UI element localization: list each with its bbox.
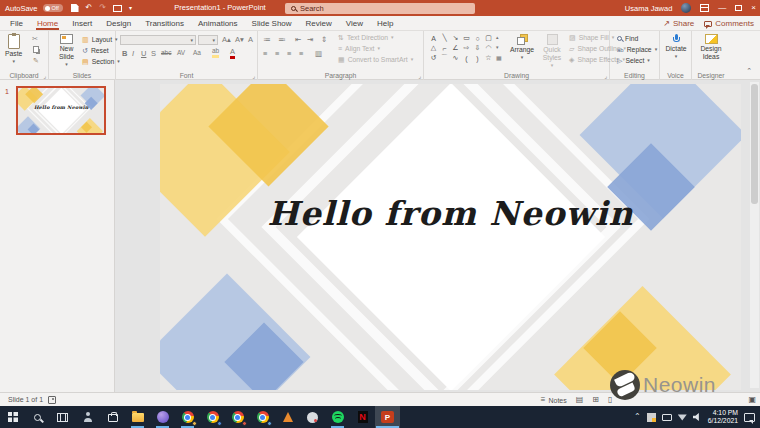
shape-icon[interactable]: ∿ [450, 53, 461, 63]
layout-button[interactable]: ▥ Layout ▾ [82, 36, 118, 43]
tray-device-icon[interactable] [662, 414, 672, 421]
vlc-button[interactable] [275, 406, 300, 428]
slide-sorter-icon[interactable]: ⊞ [592, 396, 599, 404]
change-case-button[interactable]: Aa [193, 50, 201, 57]
format-painter-button[interactable]: ✎ [33, 57, 39, 64]
taskbar-clock[interactable]: 4:10 PM 6/12/2021 [708, 409, 738, 425]
decrease-indent-icon[interactable]: ⇤ [295, 36, 301, 44]
tray-screenshot-icon[interactable] [647, 413, 656, 422]
comments-button[interactable]: Comments [704, 19, 754, 28]
dictate-button[interactable]: Dictate ▾ [664, 34, 688, 59]
spotify-button[interactable] [325, 406, 350, 428]
notes-button[interactable]: ≡ Notes [541, 396, 567, 404]
shape-icon[interactable]: ( [461, 53, 472, 63]
powerpoint-taskbar-button[interactable]: P [375, 406, 400, 428]
design-ideas-button[interactable]: Design Ideas [695, 34, 727, 61]
speaker-icon[interactable] [693, 413, 702, 421]
task-view-button[interactable] [50, 406, 75, 428]
new-slide-button[interactable]: New Slide ▾ [53, 34, 80, 67]
collapse-ribbon-icon[interactable]: ⌃ [746, 67, 752, 75]
reset-button[interactable]: ↺ Reset [82, 47, 109, 54]
convert-to-smartart-button[interactable]: ▦ Convert to SmartArt ▾ [338, 56, 413, 63]
ribbon-display-options-icon[interactable] [700, 4, 709, 12]
arrange-button[interactable]: Arrange ▾ [508, 34, 536, 60]
increase-indent-icon[interactable]: ⇥ [307, 36, 313, 44]
bullets-icon[interactable]: ≔ [263, 36, 271, 44]
fit-slide-icon[interactable]: ▣ [748, 396, 756, 404]
action-center-icon[interactable] [744, 413, 755, 422]
tab-review[interactable]: Review [299, 16, 339, 30]
avatar[interactable] [681, 3, 691, 13]
redo-icon[interactable]: ↷ [99, 4, 106, 12]
tab-animations[interactable]: Animations [191, 16, 245, 30]
columns-icon[interactable]: ▥ [315, 50, 322, 58]
shape-icon[interactable]: ⇨ [461, 43, 472, 53]
tab-insert[interactable]: Insert [65, 16, 99, 30]
paste-button[interactable]: Paste ▾ [5, 34, 22, 64]
numbering-icon[interactable]: ≕ [278, 36, 286, 44]
clipboard-dialog-launcher[interactable]: ⌟ [43, 73, 46, 79]
file-explorer-button[interactable] [125, 406, 150, 428]
close-button[interactable]: × [751, 4, 756, 12]
shape-icon[interactable]: ∠ [450, 43, 461, 53]
microsoft-store-button[interactable] [100, 406, 125, 428]
shape-icon[interactable]: ☆ [483, 53, 494, 63]
start-slideshow-icon[interactable] [113, 5, 122, 12]
slide-canvas[interactable]: Hello from Neowin [160, 84, 741, 390]
paint-app-button[interactable] [300, 406, 325, 428]
user-name[interactable]: Usama Jawad [625, 4, 673, 13]
minimize-button[interactable]: — [718, 4, 726, 12]
shape-icon[interactable]: ) [472, 53, 483, 63]
shape-icon[interactable]: ↘ [450, 33, 461, 43]
character-spacing-button[interactable]: AV [177, 50, 185, 57]
shape-icon[interactable]: ↺ [428, 53, 439, 63]
save-icon[interactable] [71, 4, 79, 12]
chrome-profile-1-button[interactable] [175, 406, 200, 428]
align-left-icon[interactable]: ≡ [263, 50, 267, 58]
tab-view[interactable]: View [339, 16, 370, 30]
line-spacing-icon[interactable]: ⇕ [321, 36, 327, 44]
shapes-scroll-down-icon[interactable]: ▾ [496, 44, 499, 50]
align-text-button[interactable]: ≡ Align Text ▾ [338, 45, 380, 52]
undo-icon[interactable]: ↶ [86, 4, 93, 12]
paragraph-dialog-launcher[interactable]: ⌟ [418, 73, 421, 79]
bold-button[interactable]: B [122, 50, 127, 58]
shapes-scroll-up-icon[interactable]: ▴ [496, 34, 499, 40]
teams-app-button[interactable] [150, 406, 175, 428]
font-name-combo[interactable]: ▾ [120, 35, 196, 45]
scrollbar-thumb[interactable] [751, 84, 758, 204]
font-size-combo[interactable]: ▾ [198, 35, 218, 45]
slide-title-text[interactable]: Hello from Neowin [160, 194, 741, 233]
tab-help[interactable]: Help [370, 16, 400, 30]
slide-thumbnail[interactable]: Hello from Neowin [16, 86, 106, 135]
section-button[interactable]: ▤ Section ▾ [82, 58, 120, 65]
strikethrough-button[interactable]: abc [161, 50, 171, 57]
accessibility-icon[interactable] [48, 396, 56, 404]
shape-icon[interactable]: A [428, 33, 439, 43]
shape-icon[interactable]: ▢ [483, 33, 494, 43]
font-color-button[interactable]: A [230, 48, 235, 59]
normal-view-icon[interactable]: ▤ [576, 396, 584, 404]
people-button[interactable] [75, 406, 100, 428]
chrome-profile-4-button[interactable] [250, 406, 275, 428]
text-shadow-button[interactable]: S [151, 50, 156, 58]
shape-icon[interactable]: ▭ [461, 33, 472, 43]
tab-design[interactable]: Design [99, 16, 138, 30]
netflix-button[interactable]: N [350, 406, 375, 428]
tab-file[interactable]: File [3, 16, 30, 30]
tab-home[interactable]: Home [30, 16, 65, 30]
wifi-icon[interactable] [678, 414, 687, 421]
cut-button[interactable]: ✂ [32, 35, 38, 42]
shape-icon[interactable]: ⌐ [439, 43, 450, 53]
replace-button[interactable]: ab Replace ▾ [617, 46, 657, 53]
shape-icon[interactable]: ╲ [439, 33, 450, 43]
font-dialog-launcher[interactable]: ⌟ [252, 73, 255, 79]
align-justify-icon[interactable]: ≡ [299, 50, 303, 58]
autosave-toggle[interactable]: Off [43, 4, 63, 12]
tab-transitions[interactable]: Transitions [138, 16, 191, 30]
underline-button[interactable]: U [141, 50, 146, 58]
taskbar-search-button[interactable] [25, 406, 50, 428]
vertical-scrollbar[interactable] [750, 82, 759, 388]
align-right-icon[interactable]: ≡ [287, 50, 291, 58]
search-box[interactable]: Search [285, 3, 475, 14]
